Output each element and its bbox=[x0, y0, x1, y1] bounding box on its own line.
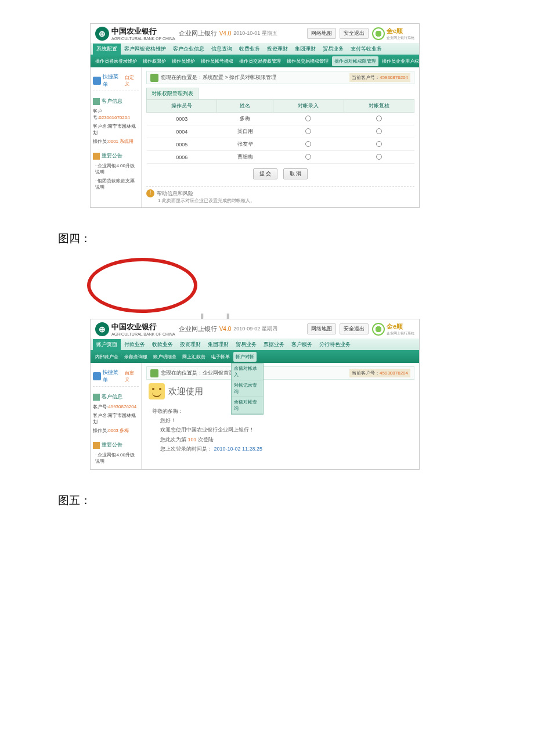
nav1-tab-1[interactable]: 客户网银资格维护 bbox=[121, 44, 169, 55]
action-buttons: 提 交 取 消 bbox=[146, 164, 414, 184]
nav1-tab-3[interactable]: 投资理财 bbox=[176, 339, 204, 350]
breadcrumb-text: 您现在的位置是：系统配置 > 操作员对帐权限管理 bbox=[161, 74, 276, 81]
announce-title: 重要公告 bbox=[102, 441, 122, 449]
radio-input[interactable] bbox=[305, 116, 311, 121]
location-icon bbox=[150, 74, 158, 82]
client-info-icon bbox=[93, 98, 100, 105]
dropdown-item-1[interactable]: 对帐记录查询 bbox=[232, 380, 263, 397]
radio-input[interactable] bbox=[305, 154, 311, 160]
nav1-tab-1[interactable]: 付款业务 bbox=[121, 339, 149, 350]
nav2-1[interactable]: 操作权限护 bbox=[140, 56, 168, 66]
nav1-tab-8[interactable]: 分行特色业务 bbox=[316, 339, 354, 350]
nav2-7[interactable]: 操作员企业用户权限管理 bbox=[380, 56, 419, 66]
jet-icon bbox=[372, 323, 385, 336]
nav1-tab-8[interactable]: 支付等收业务 bbox=[347, 44, 385, 55]
jet-name: 金e顺 bbox=[387, 27, 414, 35]
jet-logo: 金e顺 企业网上银行系统 bbox=[372, 27, 414, 41]
client-info-title: 客户信息 bbox=[102, 393, 122, 401]
nav2-4[interactable]: 电子帐单 bbox=[209, 352, 232, 362]
nav2-3[interactable]: 网上汇款责 bbox=[180, 352, 208, 362]
nav1-tab-3[interactable]: 信息查询 bbox=[208, 44, 236, 55]
screenshot-three: ⊕ 中国农业银行 AGRICULTURAL BANK OF CHINA 企业网上… bbox=[90, 23, 420, 208]
nav2-5[interactable]: 帐户对帐 bbox=[233, 352, 257, 362]
submit-button[interactable]: 提 交 bbox=[253, 168, 278, 179]
th-name: 姓名 bbox=[217, 100, 273, 113]
announce-item[interactable]: · 企业网银4.00升级说明 bbox=[93, 451, 139, 466]
product-title: 企业网上银行 bbox=[179, 29, 217, 38]
radio-check[interactable] bbox=[376, 154, 382, 160]
jet-sub: 企业网上银行系统 bbox=[387, 331, 414, 336]
nav-primary: 账户页面 付款业务 收款业务 投资理财 集团理财 贸易业务 票据业务 客户服务 … bbox=[91, 339, 419, 350]
nav1-tab-0[interactable]: 账户页面 bbox=[93, 339, 121, 350]
nav1-tab-4[interactable]: 收费业务 bbox=[236, 44, 264, 55]
info-line2: 您此次为第 101 次登陆 bbox=[152, 435, 409, 444]
datetime: 2010-10-01 星期五 bbox=[233, 30, 277, 37]
content: 您现在的位置是：企业网银首页 当前客户号：45930876204 欢迎使用 尊敬… bbox=[142, 363, 419, 469]
nav1-tab-4[interactable]: 集团理财 bbox=[204, 339, 232, 350]
logout-button[interactable]: 安全退出 bbox=[340, 28, 369, 39]
radio-check[interactable] bbox=[376, 116, 382, 121]
quick-icon bbox=[93, 77, 101, 85]
nav1-tab-0[interactable]: 系统配置 bbox=[93, 44, 121, 55]
announce-item[interactable]: · 企业网银4.00升级说明 bbox=[93, 161, 139, 177]
version: V4.0 bbox=[219, 30, 232, 37]
annotation-ellipse bbox=[87, 258, 197, 313]
nav2-2[interactable]: 操作员维护 bbox=[169, 56, 197, 66]
dropdown-menu: 余额对帐录入 对帐记录查询 余额对帐查询 bbox=[231, 363, 264, 415]
warn-icon: ! bbox=[146, 189, 154, 197]
cancel-button[interactable]: 取 消 bbox=[283, 168, 308, 179]
welcome-box: 欢迎使用 bbox=[146, 380, 414, 403]
nav1-tab-7[interactable]: 贸易业务 bbox=[319, 44, 347, 55]
nav1-tab-2[interactable]: 客户企业信息 bbox=[169, 44, 208, 55]
quick-menu: 快捷菜单 自定义 bbox=[93, 71, 139, 91]
screenshot-four: ⊕ 中国农业银行 AGRICULTURAL BANK OF CHINA 企业网上… bbox=[90, 319, 420, 470]
nav2-1[interactable]: 余额查询服 bbox=[122, 352, 150, 362]
bank-name: 中国农业银行 bbox=[111, 322, 175, 332]
radio-check[interactable] bbox=[376, 141, 382, 147]
nav2-6[interactable]: 操作员对帐权限管理 bbox=[332, 56, 378, 66]
nav1-tab-6[interactable]: 集团理财 bbox=[291, 44, 319, 55]
logo-icon: ⊕ bbox=[95, 322, 109, 336]
side-row: 客户号:023061670204 bbox=[93, 107, 139, 122]
smiley-icon bbox=[149, 383, 165, 399]
logout-button[interactable]: 安全退出 bbox=[340, 323, 369, 334]
announce-item[interactable]: · 银团贷款账款支票说明 bbox=[93, 177, 139, 192]
table-row: 0006曹细梅 bbox=[147, 151, 414, 164]
nav2-4[interactable]: 操作员交易授权管理 bbox=[237, 56, 283, 66]
nav1-tab-5[interactable]: 投资理财 bbox=[264, 44, 291, 55]
radio-input[interactable] bbox=[305, 141, 311, 147]
announce-title: 重要公告 bbox=[102, 152, 122, 160]
nav1-tab-5[interactable]: 贸易业务 bbox=[232, 339, 260, 350]
breadcrumb-text: 您现在的位置是：企业网银首页 bbox=[161, 369, 234, 377]
version: V4.0 bbox=[219, 326, 232, 332]
nav1-tab-7[interactable]: 客户服务 bbox=[288, 339, 316, 350]
client-num-display: 当前客户号：45930876204 bbox=[349, 73, 410, 82]
side-row: 客户名:南宁市园林规划 bbox=[93, 411, 139, 426]
nav2-2[interactable]: 账户明细查 bbox=[151, 352, 179, 362]
client-num-display: 当前客户号：45930876204 bbox=[349, 369, 410, 377]
info-greeting: 尊敬的多梅： bbox=[152, 406, 409, 416]
radio-input[interactable] bbox=[305, 128, 311, 134]
nav1-tab-2[interactable]: 收款业务 bbox=[149, 339, 176, 350]
radio-check[interactable] bbox=[376, 128, 382, 134]
sitemap-button[interactable]: 网络地图 bbox=[307, 28, 336, 39]
sidebar-announce: 重要公告 · 企业网银4.00升级说明 bbox=[93, 440, 139, 466]
caption-figure-5: 图五： bbox=[58, 493, 534, 508]
side-row: 操作员:0003 多梅 bbox=[93, 426, 139, 435]
header: ⊕ 中国农业银行 AGRICULTURAL BANK OF CHINA 企业网上… bbox=[91, 319, 419, 339]
quick-custom-button[interactable]: 自定义 bbox=[125, 370, 139, 383]
th-op: 操作员号 bbox=[147, 100, 217, 113]
sitemap-button[interactable]: 网络地图 bbox=[307, 323, 336, 334]
client-info-title: 客户信息 bbox=[102, 98, 122, 105]
nav2-0[interactable]: 内部账户金 bbox=[93, 352, 121, 362]
nav2-0[interactable]: 操作员登录登录维护 bbox=[93, 56, 139, 66]
dropdown-item-0[interactable]: 余额对帐录入 bbox=[232, 363, 263, 380]
side-row: 客户号:45930876204 bbox=[93, 402, 139, 411]
product-title: 企业网上银行 bbox=[179, 325, 217, 333]
th-input: 对帐录入 bbox=[273, 100, 344, 113]
dropdown-item-2[interactable]: 余额对帐查询 bbox=[232, 397, 263, 414]
nav2-3[interactable]: 操作员帐号授权 bbox=[199, 56, 236, 66]
nav1-tab-6[interactable]: 票据业务 bbox=[260, 339, 288, 350]
nav2-5[interactable]: 操作员交易授权管理 bbox=[284, 56, 331, 66]
quick-custom-button[interactable]: 自定义 bbox=[125, 74, 139, 87]
